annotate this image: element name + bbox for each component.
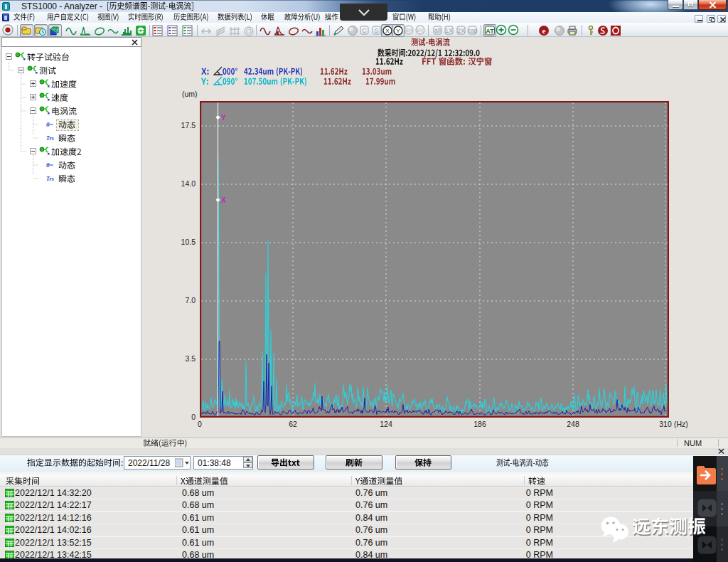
svg-text:Y: Y xyxy=(396,28,400,34)
svg-text:BY: BY xyxy=(417,27,424,33)
svg-text:1X: 1X xyxy=(445,27,453,34)
svg-text:all: all xyxy=(434,27,441,34)
svg-text:cap: cap xyxy=(467,27,478,34)
svg-text:X: X xyxy=(221,196,226,204)
svg-text:X: X xyxy=(385,28,390,34)
svg-text:e: e xyxy=(542,26,546,35)
svg-text:AT: AT xyxy=(486,28,494,35)
svg-text:Y: Y xyxy=(221,114,226,122)
svg-text:S: S xyxy=(374,27,378,34)
svg-text:C: C xyxy=(362,27,367,34)
svg-text:BX: BX xyxy=(405,27,413,33)
svg-text:2X: 2X xyxy=(457,27,465,34)
